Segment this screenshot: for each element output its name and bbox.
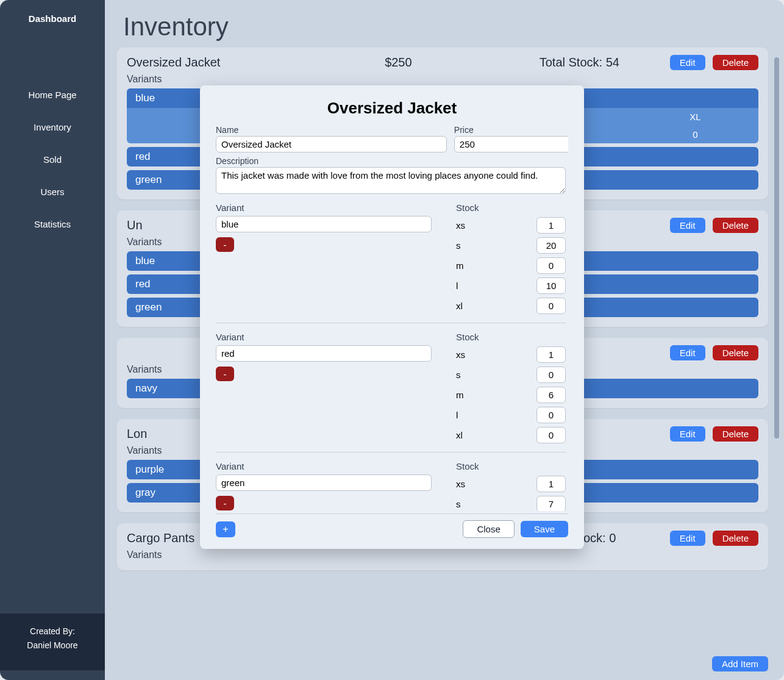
variant-name-input[interactable] bbox=[216, 345, 432, 362]
stock-s-input[interactable] bbox=[536, 496, 566, 511]
name-label: Name bbox=[216, 125, 447, 135]
price-input[interactable] bbox=[454, 136, 568, 152]
name-input[interactable] bbox=[216, 136, 447, 152]
size-l: l bbox=[456, 410, 458, 420]
modal-footer: + Close Save bbox=[216, 514, 568, 538]
stock-label: Stock bbox=[456, 332, 479, 342]
stock-s-input[interactable] bbox=[536, 237, 566, 254]
stock-m-input[interactable] bbox=[536, 387, 566, 403]
stock-label: Stock bbox=[456, 461, 479, 471]
add-variant-button[interactable]: + bbox=[216, 521, 235, 537]
variant-name-input[interactable] bbox=[216, 216, 432, 232]
size-l: l bbox=[456, 281, 458, 291]
price-label: Price bbox=[454, 125, 568, 135]
stock-xl-input[interactable] bbox=[536, 298, 566, 314]
stock-l-input[interactable] bbox=[536, 277, 566, 294]
modal-title: Oversized Jacket bbox=[216, 99, 568, 118]
modal-backdrop: Oversized Jacket Name Price Description bbox=[0, 0, 784, 680]
size-xs: xs bbox=[456, 220, 465, 231]
description-label: Description bbox=[216, 156, 566, 166]
remove-variant-button[interactable]: - bbox=[216, 496, 234, 510]
stock-label: Stock bbox=[456, 202, 479, 213]
variant-label: Variant bbox=[216, 202, 244, 213]
close-button[interactable]: Close bbox=[463, 520, 514, 538]
size-m: m bbox=[456, 390, 464, 400]
variant-editor: Variant - Stock xs s m l xl bbox=[216, 194, 566, 323]
size-xs: xs bbox=[456, 349, 465, 360]
stock-m-input[interactable] bbox=[536, 257, 566, 274]
modal-body: Name Price Description Variant - bbox=[216, 125, 568, 511]
size-s: s bbox=[456, 499, 461, 509]
variant-editor: Variant - Stock xs s m l xl bbox=[216, 323, 566, 453]
edit-item-modal: Oversized Jacket Name Price Description bbox=[200, 85, 584, 549]
stock-xs-input[interactable] bbox=[536, 217, 566, 234]
stock-xl-input[interactable] bbox=[536, 427, 566, 443]
stock-s-input[interactable] bbox=[536, 367, 566, 383]
description-input[interactable] bbox=[216, 167, 566, 194]
stock-xs-input[interactable] bbox=[536, 346, 566, 363]
remove-variant-button[interactable]: - bbox=[216, 367, 234, 381]
save-button[interactable]: Save bbox=[521, 521, 568, 537]
size-s: s bbox=[456, 240, 461, 251]
variant-name-input[interactable] bbox=[216, 474, 432, 491]
size-xl: xl bbox=[456, 430, 463, 440]
size-xs: xs bbox=[456, 479, 465, 489]
remove-variant-button[interactable]: - bbox=[216, 237, 234, 252]
size-xl: xl bbox=[456, 301, 463, 311]
variant-editor: Variant - Stock xs s bbox=[216, 453, 566, 511]
size-s: s bbox=[456, 370, 461, 380]
stock-xs-input[interactable] bbox=[536, 476, 566, 492]
variant-label: Variant bbox=[216, 461, 244, 471]
size-m: m bbox=[456, 260, 464, 271]
stock-l-input[interactable] bbox=[536, 407, 566, 423]
variant-label: Variant bbox=[216, 332, 244, 342]
